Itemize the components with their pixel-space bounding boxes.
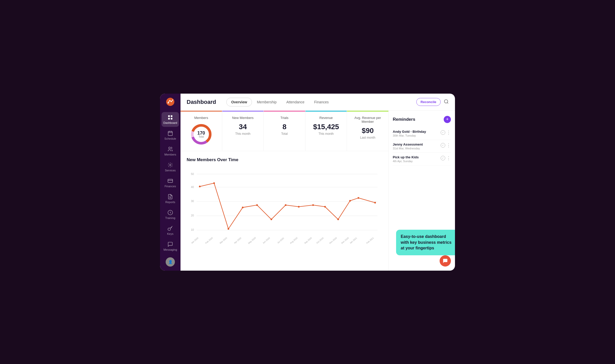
header: Dashboard Overview Membership Attendance…: [181, 94, 455, 111]
reminder-item-0: Andy Gold - Birthday 30th Mar, Tuesday ✓…: [393, 127, 451, 140]
reminder-check-2[interactable]: ✓: [441, 156, 445, 160]
svg-text:Mar 2020: Mar 2020: [219, 236, 228, 244]
svg-text:Sep 2020: Sep 2020: [304, 236, 312, 244]
reminder-check-1[interactable]: ✓: [441, 143, 445, 148]
app-window: Dashboard Schedule Members Services Fina…: [160, 94, 455, 271]
svg-point-19: [444, 100, 448, 103]
sidebar-item-services[interactable]: Services: [162, 160, 179, 174]
svg-point-37: [228, 228, 229, 230]
svg-point-11: [169, 164, 171, 166]
svg-point-35: [199, 185, 201, 187]
sidebar-item-messaging[interactable]: Messaging: [162, 239, 179, 254]
reminder-check-0[interactable]: ✓: [441, 130, 445, 135]
reminder-name-0: Andy Gold - Birthday: [393, 130, 439, 134]
svg-text:Jan 2020: Jan 2020: [190, 237, 199, 244]
svg-point-41: [285, 204, 287, 206]
sidebar-item-finances[interactable]: Finances: [162, 175, 179, 190]
add-reminder-button[interactable]: +: [444, 116, 451, 123]
chart-wrapper: 50 40 30 20 10: [187, 167, 382, 248]
reminder-name-1: Jenny Assessment: [393, 142, 439, 146]
sidebar-item-members[interactable]: Members: [162, 144, 179, 159]
reminder-more-0[interactable]: ⋮: [446, 130, 451, 135]
avg-revenue-value: $90: [351, 127, 384, 135]
svg-point-10: [169, 147, 171, 149]
svg-text:Dec 2020: Dec 2020: [341, 236, 349, 244]
svg-point-48: [374, 202, 376, 204]
reminders-title: Reminders: [393, 117, 415, 122]
callout-tooltip: Easy-to-use dashboard with key business …: [396, 230, 455, 255]
reminder-date-0: 30th Mar, Tuesday: [393, 134, 439, 137]
svg-text:Jul 2020: Jul 2020: [277, 237, 285, 244]
reminder-more-2[interactable]: ⋮: [446, 155, 451, 161]
stat-card-avg-revenue: Avg. Revenue per Member $90 Last month: [347, 111, 388, 151]
svg-point-44: [324, 206, 326, 207]
stat-card-new-members: New Members 34 This month: [222, 111, 264, 151]
callout-text: Easy-to-use dashboard with key business …: [401, 234, 451, 250]
tab-finances[interactable]: Finances: [309, 98, 334, 106]
reminder-date-1: 31st Mar, Wednesday: [393, 147, 439, 150]
svg-text:Jun 2020: Jun 2020: [262, 237, 271, 244]
svg-text:May 2020: May 2020: [248, 236, 257, 245]
sidebar: Dashboard Schedule Members Services Fina…: [160, 94, 181, 271]
svg-line-20: [447, 103, 448, 104]
avg-revenue-label: Avg. Revenue per Member: [351, 116, 384, 124]
tab-attendance[interactable]: Attendance: [281, 98, 309, 106]
user-avatar[interactable]: 👤: [166, 257, 175, 267]
svg-rect-5: [171, 118, 172, 119]
chat-bubble[interactable]: [440, 255, 451, 267]
svg-text:Nov 2020: Nov 2020: [329, 236, 337, 244]
reminder-name-2: Pick up the Kids: [393, 155, 439, 159]
donut-center: 170 Total: [197, 130, 205, 138]
tab-overview[interactable]: Overview: [226, 98, 252, 106]
reconcile-button[interactable]: Reconcile: [416, 98, 441, 106]
sidebar-item-dashboard[interactable]: Dashboard: [162, 112, 179, 127]
new-members-value: 34: [226, 123, 260, 131]
svg-text:Feb 2021: Feb 2021: [366, 236, 375, 244]
content-area: Members: [181, 111, 455, 271]
svg-point-43: [312, 204, 314, 206]
reminder-more-1[interactable]: ⋮: [446, 142, 451, 148]
nav-tabs: Overview Membership Attendance Finances: [226, 98, 334, 106]
svg-text:Aug 2020: Aug 2020: [289, 236, 298, 244]
new-members-label: New Members: [226, 116, 260, 120]
svg-point-46: [349, 200, 351, 202]
tab-membership[interactable]: Membership: [252, 98, 281, 106]
search-button[interactable]: [444, 99, 449, 105]
app-logo: [166, 98, 174, 107]
stat-card-revenue: Revenue $15,425 This month: [305, 111, 347, 151]
svg-rect-6: [168, 131, 173, 136]
svg-text:Apr 2020: Apr 2020: [234, 237, 242, 244]
revenue-value: $15,425: [310, 123, 343, 131]
svg-rect-2: [168, 115, 170, 117]
svg-text:30: 30: [191, 200, 194, 203]
stats-row: Members: [181, 111, 388, 151]
chart-title: New Members Over Time: [187, 157, 382, 162]
svg-point-45: [337, 218, 339, 220]
chart-section: New Members Over Time 50 40 30 20 10: [181, 151, 388, 252]
svg-point-39: [256, 204, 258, 206]
members-label: Members: [185, 116, 218, 120]
svg-point-38: [242, 206, 244, 208]
sidebar-item-schedule[interactable]: Schedule: [162, 128, 179, 143]
trials-label: Trials: [268, 116, 301, 120]
svg-text:Jan 2021: Jan 2021: [349, 237, 358, 244]
trials-value: 8: [268, 123, 301, 131]
svg-point-36: [213, 182, 215, 184]
svg-rect-3: [171, 115, 172, 117]
svg-text:Feb 2020: Feb 2020: [205, 236, 214, 244]
main-panel: Members: [181, 111, 388, 271]
revenue-label: Revenue: [310, 116, 343, 120]
sidebar-item-keys[interactable]: Keys: [162, 223, 179, 238]
page-title: Dashboard: [187, 99, 216, 105]
members-donut: 170 Total: [190, 123, 213, 146]
right-panel: Reminders + Andy Gold - Birthday 30th Ma…: [388, 111, 455, 271]
svg-point-47: [358, 197, 359, 199]
stat-card-trials: Trials 8 Total: [264, 111, 305, 151]
svg-text:20: 20: [191, 214, 194, 217]
sidebar-item-reports[interactable]: Reports: [162, 191, 179, 206]
new-members-sub: This month: [226, 132, 260, 136]
svg-text:Oct 2020: Oct 2020: [316, 237, 324, 244]
sidebar-item-training[interactable]: Training: [162, 207, 179, 222]
revenue-sub: This month: [310, 132, 343, 136]
main-content: Dashboard Overview Membership Attendance…: [181, 94, 455, 271]
